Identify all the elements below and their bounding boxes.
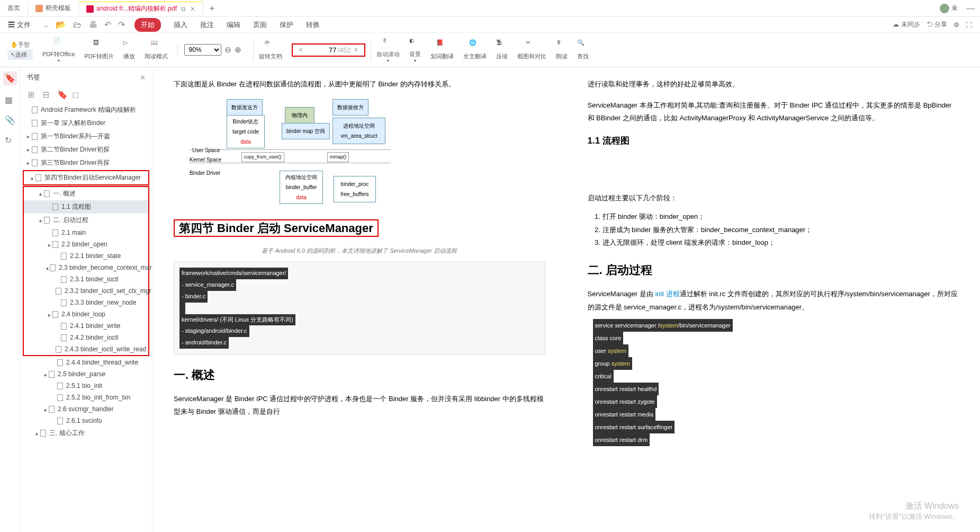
bookmark-item[interactable]: ▴三. 核心工作	[20, 427, 152, 440]
pdf-to-image-button[interactable]: 🖼PDF转图片	[85, 39, 114, 60]
bookmark-icon[interactable]: 🔖	[57, 90, 66, 98]
attachment-nav-icon[interactable]: 📎	[5, 115, 15, 126]
tab-active-file[interactable]: android fr...精编内核解析.pdf⧉✕	[79, 1, 203, 16]
hand-tool[interactable]: ✋ 手型	[7, 40, 33, 50]
page-left: 下面这图是从 Binder 在进程间数据通信的流程图，从图中更能明了 Binde…	[152, 67, 567, 532]
bookmark-item[interactable]: 2.4.1 binder_write	[24, 320, 148, 332]
bookmark-item[interactable]: ▴一. 概述	[24, 187, 148, 200]
bookmark-item[interactable]: 2.2.1 binder_state	[24, 250, 148, 262]
tab-home[interactable]: 首页	[0, 1, 28, 16]
bookmark-item[interactable]: 2.5.2 bio_init_from_txn	[20, 392, 152, 403]
readaloud-button[interactable]: 🎙朗读	[556, 39, 568, 60]
bookmark-item[interactable]: ▸第三节Binder Driver再探	[20, 156, 152, 170]
bookmark-item[interactable]: 第一章 深入解析Binder	[20, 117, 152, 130]
page-input-group: < /452 >	[292, 43, 365, 57]
bookmark-item[interactable]: 1.1 流程图	[24, 200, 148, 214]
close-icon[interactable]: ✕	[190, 5, 195, 13]
tab-bar: 首页 稻壳模板 android fr...精编内核解析.pdf⧉✕ + 未 —	[0, 0, 980, 17]
menu-file[interactable]: ☰ 文件	[8, 20, 31, 30]
menu-insert[interactable]: 插入	[174, 20, 187, 30]
bookmarks-panel: 书签✕ ⊞ ⊟ 🔖 ◻ Android Framework 精编内核解析第一章 …	[20, 67, 152, 532]
duplicate-icon[interactable]: ⧉	[181, 5, 186, 13]
binder-diagram: 数据发送方 物理内存 数据接收方 Binder状态target codedata…	[174, 96, 545, 208]
page-number-input[interactable]	[306, 46, 338, 54]
menu-start[interactable]: 开始	[134, 18, 161, 32]
pdf-to-office-button[interactable]: 📄PDF转Office▾	[42, 37, 75, 63]
rotate-button[interactable]: ⟳旋转文档	[259, 39, 282, 60]
init-process-link[interactable]: init 进程	[655, 290, 679, 298]
bookmark-item[interactable]: 2.3.2 binder_ioctl_set_ctx_mgr	[24, 285, 148, 297]
bookmark-tree: Android Framework 精编内核解析第一章 深入解析Binder▸第…	[20, 103, 152, 440]
bookmark-item[interactable]: 2.3.3 binder_new_node	[24, 297, 148, 308]
zoom-select[interactable]: 90%	[184, 44, 221, 56]
fulltrans-button[interactable]: 🌐全文翻译	[463, 39, 487, 60]
bookmark-item[interactable]: Android Framework 精编内核解析	[20, 103, 152, 117]
menu-edit[interactable]: 编辑	[227, 20, 240, 30]
close-panel-icon[interactable]: ✕	[140, 74, 146, 82]
bookmark-item[interactable]: ▴2.5 binder_parse	[20, 368, 152, 380]
bookmark-item[interactable]: ▴2.3 binder_become_context_manager	[24, 262, 148, 273]
minimize-button[interactable]: —	[966, 4, 975, 13]
expand-all-icon[interactable]: ⊞	[28, 90, 36, 98]
menu-convert[interactable]: 转换	[306, 20, 320, 30]
sync-status[interactable]: ☁ 未同步	[893, 20, 920, 29]
bookmark-item[interactable]: ▸第二节Binder Driver初探	[20, 143, 152, 156]
zoom-in-icon[interactable]: ⊕	[235, 45, 241, 55]
menu-bar: ☰ 文件 ⌵ 📂 🗁 🖶 ↶ ↷ 开始 插入 批注 编辑 页面 保护 转换 ☁ …	[0, 17, 980, 33]
find-button[interactable]: 🔍查找	[577, 39, 589, 60]
compress-button[interactable]: 🗜压缩	[496, 39, 508, 60]
bookmark-item[interactable]: 2.4.3 binder_ioctl_write_read	[24, 343, 148, 355]
bookmark-outline-icon[interactable]: ◻	[72, 90, 80, 98]
background-button[interactable]: ◐背景▾	[409, 37, 421, 63]
dict-button[interactable]: 📕划词翻译	[430, 39, 454, 60]
autoscroll-button[interactable]: ⥯自动滚动▾	[376, 37, 400, 63]
bookmark-item[interactable]: ▴2.6 svcmgr_handler	[20, 403, 152, 415]
page-total: /452	[338, 46, 351, 54]
bookmark-item[interactable]: 2.4.2 binder_ioctl	[24, 332, 148, 343]
next-page-button[interactable]: >	[351, 46, 361, 54]
section-heading: 第四节 Binder 启动 ServiceManager	[174, 217, 545, 240]
bookmark-item[interactable]: 2.1 main	[24, 227, 148, 238]
bookmark-item[interactable]: ▸第一节Binder系列—开篇	[20, 130, 152, 143]
settings-icon[interactable]: ⚙	[954, 21, 959, 29]
new-tab-button[interactable]: +	[203, 4, 221, 13]
bookmark-item[interactable]: 2.4.4 binder_thread_write	[20, 357, 152, 368]
code-block-1: framework/native/cmds/servicemanager/ - …	[174, 262, 545, 354]
bookmark-item[interactable]: ▴第四节Binder启动ServiceManager	[24, 171, 148, 184]
user-name: 未	[951, 4, 958, 13]
bookmark-item[interactable]: ▴2.4 binder_loop	[24, 308, 148, 320]
bookmark-item[interactable]: 2.5.1 bio_init	[20, 380, 152, 392]
zoom-out-icon[interactable]: ⊖	[224, 45, 231, 55]
menu-page[interactable]: 页面	[253, 20, 267, 30]
bookmark-item[interactable]: 2.6.1 svcinfo	[20, 415, 152, 427]
menu-review[interactable]: 批注	[200, 20, 214, 30]
select-tool[interactable]: ↖ 选择	[7, 50, 33, 60]
toolbar: ✋ 手型 ↖ 选择 📄PDF转Office▾ 🖼PDF转图片 ▷播放 📖阅读模式…	[0, 33, 980, 67]
page-right: 进行读取和处理事务，这样的好处足够简单高效。 ServiceManager 本身…	[567, 67, 981, 532]
template-icon	[35, 5, 43, 12]
sidebar-nav: 🔖 ▦ 📎 ↻	[0, 67, 20, 532]
bookmark-nav-icon[interactable]: 🔖	[3, 72, 17, 85]
appearance-icon[interactable]: ⛶	[966, 21, 972, 29]
read-mode-button[interactable]: 📖阅读模式	[145, 39, 168, 60]
tab-template[interactable]: 稻壳模板	[28, 1, 79, 16]
history-nav-icon[interactable]: ↻	[5, 135, 15, 146]
code-block-2: service servicemanager /system/bin/servi…	[588, 314, 959, 451]
collapse-all-icon[interactable]: ⊟	[42, 90, 51, 98]
menu-protect[interactable]: 保护	[280, 20, 293, 30]
bookmarks-title: 书签	[26, 73, 40, 82]
bookmark-item[interactable]: ▴2.2 binder_open	[24, 238, 148, 250]
bookmark-item[interactable]: ▴二. 启动过程	[24, 214, 148, 227]
screenshot-button[interactable]: ✂截图和对比	[517, 39, 546, 60]
bookmark-item[interactable]: 2.3.1 binder_ioctl	[24, 273, 148, 285]
thumbnails-nav-icon[interactable]: ▦	[5, 95, 15, 105]
avatar[interactable]	[940, 4, 949, 13]
share-button[interactable]: ⮌ 分享	[927, 20, 947, 29]
stages-list: 打开 binder 驱动：binder_open；注册成为 binder 服务的…	[588, 210, 959, 250]
play-button[interactable]: ▷播放	[123, 39, 135, 60]
document-content: 下面这图是从 Binder 在进程间数据通信的流程图，从图中更能明了 Binde…	[152, 67, 980, 532]
windows-watermark: 激活 Windows 转到"设置"以激活 Windows。	[869, 501, 959, 521]
pdf-icon	[86, 5, 94, 13]
prev-page-button[interactable]: <	[296, 46, 306, 54]
